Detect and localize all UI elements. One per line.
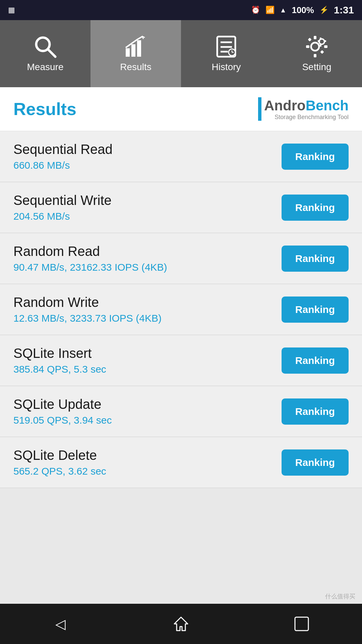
svg-marker-26	[174, 617, 188, 631]
ranking-button[interactable]: Ranking	[282, 246, 349, 272]
result-value: 90.47 MB/s, 23162.33 IOPS (4KB)	[13, 262, 167, 273]
result-row: Random Write12.63 MB/s, 3233.73 IOPS (4K…	[0, 284, 362, 335]
svg-rect-22	[320, 38, 321, 40]
result-info: SQLite Delete565.2 QPS, 3.62 sec	[13, 448, 106, 477]
setting-icon	[305, 35, 328, 58]
alarm-icon: ⏰	[251, 6, 260, 14]
svg-rect-25	[318, 40, 320, 42]
logo-andro: Andro	[264, 98, 306, 114]
tab-results[interactable]: Results	[90, 20, 181, 87]
signal-icon: ▲	[280, 6, 287, 14]
logo-name-line: Andro Bench	[264, 98, 349, 114]
svg-point-14	[311, 43, 319, 51]
results-list: Sequential Read660.86 MB/sRankingSequent…	[0, 131, 362, 604]
measure-icon	[34, 35, 57, 58]
logo-bar	[258, 97, 261, 121]
svg-rect-3	[131, 44, 135, 57]
logo-subtitle: Storage Benchmarking Tool	[264, 114, 349, 121]
result-row: Sequential Write204.56 MB/sRanking	[0, 182, 362, 233]
svg-rect-19	[324, 45, 327, 48]
recent-button[interactable]	[288, 610, 315, 637]
result-info: Random Write12.63 MB/s, 3233.73 IOPS (4K…	[13, 295, 162, 324]
result-name: SQLite Insert	[13, 346, 106, 361]
result-value: 565.2 QPS, 3.62 sec	[13, 466, 106, 477]
result-row: SQLite Update519.05 QPS, 3.94 secRanking	[0, 386, 362, 437]
home-button[interactable]	[168, 610, 194, 637]
svg-rect-24	[320, 44, 321, 47]
svg-rect-21	[320, 50, 324, 54]
result-info: SQLite Update519.05 QPS, 3.94 sec	[13, 397, 112, 426]
result-name: Random Write	[13, 295, 162, 310]
back-button[interactable]: ◁	[47, 610, 74, 637]
svg-rect-2	[126, 48, 130, 57]
svg-rect-23	[324, 40, 326, 42]
result-info: Random Read90.47 MB/s, 23162.33 IOPS (4K…	[13, 244, 167, 273]
watermark: 什么值得买	[325, 592, 355, 600]
result-value: 519.05 QPS, 3.94 sec	[13, 415, 112, 426]
svg-rect-4	[137, 40, 141, 57]
result-row: SQLite Insert385.84 QPS, 5.3 secRanking	[0, 335, 362, 386]
logo-bench: Bench	[306, 98, 349, 114]
result-name: SQLite Delete	[13, 448, 106, 463]
result-name: Sequential Read	[13, 142, 113, 157]
result-value: 385.84 QPS, 5.3 sec	[13, 364, 106, 375]
result-info: Sequential Read660.86 MB/s	[13, 142, 113, 171]
result-value: 12.63 MB/s, 3233.73 IOPS (4KB)	[13, 313, 162, 324]
svg-rect-17	[314, 54, 316, 57]
status-bar: ▦ ⏰ 📶 ▲ 100% ⚡ 1:31	[0, 0, 362, 20]
result-row: Sequential Read660.86 MB/sRanking	[0, 131, 362, 182]
battery-icon: ⚡	[319, 6, 328, 14]
result-name: Sequential Write	[13, 193, 112, 208]
status-bar-left: ▦	[8, 6, 15, 14]
ranking-button[interactable]: Ranking	[282, 195, 349, 221]
sim-icon: ▦	[8, 6, 15, 14]
result-value: 660.86 MB/s	[13, 160, 113, 171]
result-value: 204.56 MB/s	[13, 211, 112, 222]
battery-percent: 100%	[292, 5, 314, 15]
page-title: Results	[13, 99, 76, 119]
tab-setting-label: Setting	[302, 62, 331, 72]
tab-history-label: History	[212, 62, 241, 72]
home-icon	[173, 615, 189, 632]
svg-rect-18	[306, 45, 309, 48]
results-icon	[124, 35, 147, 58]
result-info: SQLite Insert385.84 QPS, 5.3 sec	[13, 346, 106, 375]
result-row: Random Read90.47 MB/s, 23162.33 IOPS (4K…	[0, 233, 362, 284]
tab-measure[interactable]: Measure	[0, 20, 90, 87]
svg-rect-27	[295, 617, 308, 631]
tab-measure-label: Measure	[27, 62, 64, 72]
bottom-nav: ◁	[0, 604, 362, 644]
result-row: SQLite Delete565.2 QPS, 3.62 secRanking	[0, 437, 362, 488]
clock-time: 1:31	[334, 4, 354, 16]
result-info: Sequential Write204.56 MB/s	[13, 193, 112, 222]
recent-icon	[293, 615, 310, 632]
ranking-button[interactable]: Ranking	[282, 347, 349, 374]
tab-results-label: Results	[120, 62, 151, 72]
header: Results Andro Bench Storage Benchmarking…	[0, 87, 362, 131]
ranking-button[interactable]: Ranking	[282, 398, 349, 425]
tab-setting[interactable]: Setting	[272, 20, 362, 87]
wifi-icon: 📶	[265, 6, 275, 14]
ranking-button[interactable]: Ranking	[282, 144, 349, 170]
result-name: Random Read	[13, 244, 167, 259]
svg-line-1	[48, 49, 55, 57]
logo-text-wrap: Andro Bench Storage Benchmarking Tool	[264, 98, 349, 121]
svg-rect-16	[314, 36, 316, 39]
result-name: SQLite Update	[13, 397, 112, 412]
tab-history[interactable]: History	[181, 20, 272, 87]
tab-bar: Measure Results History	[0, 20, 362, 87]
back-icon: ◁	[55, 616, 66, 632]
ranking-button[interactable]: Ranking	[282, 449, 349, 476]
ranking-button[interactable]: Ranking	[282, 297, 349, 323]
svg-rect-20	[308, 38, 311, 41]
logo: Andro Bench Storage Benchmarking Tool	[258, 97, 349, 121]
history-icon	[215, 35, 238, 58]
